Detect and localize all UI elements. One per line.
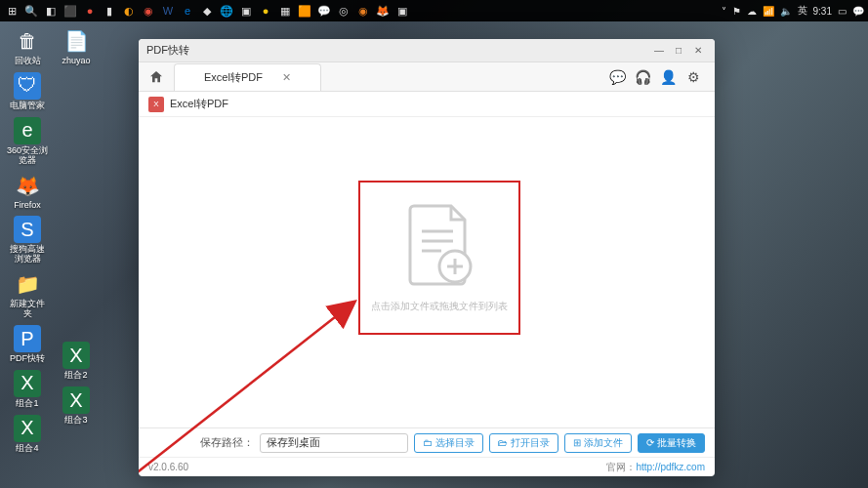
icon-label: 组合1 — [16, 399, 38, 409]
clock[interactable]: 9:31 — [813, 6, 832, 17]
app-icon: X — [62, 342, 90, 369]
breadcrumb-label: Excel转PDF — [170, 97, 228, 111]
taskbar: ⊞ 🔍 ◧ ⬛ ● ▮ ◐ ◉ W e ◆ 🌐 ▣ ● ▦ 🟧 💬 ◎ ◉ 🦊 … — [0, 0, 868, 21]
icon-label: 新建文件夹 — [6, 300, 49, 319]
cloud-icon[interactable]: ☁ — [747, 6, 757, 17]
save-path-label: 保存路径： — [200, 435, 254, 450]
network-icon[interactable]: 📶 — [763, 6, 774, 17]
app-icon: X — [14, 370, 41, 397]
settings-icon[interactable]: ⚙ — [685, 69, 701, 85]
icon-label: Firefox — [14, 201, 41, 211]
icon-label: 回收站 — [15, 57, 41, 66]
desktop-icon[interactable]: 🛡电脑管家 — [6, 72, 49, 111]
add-file-button[interactable]: ⊞添加文件 — [564, 433, 632, 453]
icon-label: zhuyao — [62, 57, 90, 66]
app-icon: 🦊 — [14, 172, 41, 199]
app-icon: e — [14, 117, 41, 144]
start-icon[interactable]: ⊞ — [4, 3, 20, 19]
app-icon: 🗑 — [14, 27, 41, 55]
plus-icon: ⊞ — [573, 437, 581, 448]
desktop-icon[interactable]: X组合3 — [55, 386, 98, 426]
user-icon[interactable]: 👤 — [660, 69, 676, 85]
desktop-icon[interactable]: X组合2 — [55, 342, 98, 381]
open-dir-button[interactable]: 🗁打开目录 — [489, 433, 558, 453]
notifications-icon[interactable]: 💬 — [852, 6, 864, 17]
convert-icon: ⟳ — [646, 437, 654, 448]
icon-label: 组合3 — [64, 416, 87, 426]
minimize-button[interactable]: — — [650, 42, 668, 60]
taskbar-left: ⊞ 🔍 ◧ ⬛ ● ▮ ◐ ◉ W e ◆ 🌐 ▣ ● ▦ 🟧 💬 ◎ ◉ 🦊 … — [4, 3, 410, 19]
breadcrumb: X Excel转PDF — [139, 92, 715, 117]
desktop-icon[interactable]: 🦊Firefox — [6, 172, 49, 211]
tray-icon[interactable]: ⚑ — [732, 6, 741, 17]
app-icon[interactable]: ● — [82, 3, 98, 19]
icon-label: 360安全浏览器 — [6, 146, 49, 166]
chat-icon[interactable]: 💬 — [609, 69, 625, 85]
desktop-icon[interactable]: 📁新建文件夹 — [6, 270, 49, 319]
tab-excel-to-pdf[interactable]: Excel转PDF ✕ — [174, 63, 321, 91]
app-icon[interactable]: 🟧 — [297, 3, 312, 19]
site-link[interactable]: http://pdfkz.com — [636, 462, 705, 472]
app-icon[interactable]: ▣ — [394, 3, 410, 19]
edge-icon[interactable]: e — [180, 3, 195, 19]
status-bar: v2.0.6.60 官网： http://pdfkz.com — [139, 457, 715, 476]
chevron-up-icon[interactable]: ˅ — [722, 6, 726, 17]
desktop-icon[interactable]: 🗑回收站 — [6, 27, 49, 66]
app-icon: 🛡 — [14, 72, 41, 100]
drop-hint: 点击添加文件或拖拽文件到列表 — [371, 300, 508, 313]
app-icon[interactable]: ⬛ — [62, 3, 78, 19]
firefox-icon[interactable]: 🦊 — [375, 3, 391, 19]
bottom-bar: 保存路径： 🗀选择目录 🗁打开目录 ⊞添加文件 ⟳批量转换 — [139, 427, 715, 457]
app-icon[interactable]: ● — [258, 3, 273, 19]
desktop-icons-col1: 🗑回收站🛡电脑管家e360安全浏览器🦊FirefoxS搜狗高速浏览器📁新建文件夹… — [6, 27, 49, 454]
tab-close-icon[interactable]: ✕ — [282, 71, 291, 84]
icon-label: 搜狗高速浏览器 — [6, 245, 49, 264]
version-label: v2.0.6.60 — [148, 462, 188, 472]
folder-icon: 🗀 — [423, 437, 433, 448]
taskview-icon[interactable]: ◧ — [43, 3, 59, 19]
select-dir-button[interactable]: 🗀选择目录 — [414, 433, 483, 453]
site-label: 官网： — [606, 461, 636, 474]
app-icon[interactable]: ◉ — [141, 3, 156, 19]
app-icon[interactable]: ◆ — [199, 3, 215, 19]
wechat-icon[interactable]: 💬 — [316, 3, 332, 19]
home-button[interactable] — [143, 63, 170, 91]
word-icon[interactable]: W — [160, 3, 176, 19]
batch-convert-button[interactable]: ⟳批量转换 — [638, 433, 705, 453]
app-icon: 📁 — [14, 270, 41, 298]
tray-icon[interactable]: ▭ — [838, 6, 847, 17]
titlebar: PDF快转 — □ ✕ — [139, 39, 715, 62]
maximize-button[interactable]: □ — [670, 42, 687, 60]
desktop-icon[interactable]: X组合4 — [6, 415, 49, 454]
app-icon: 📄 — [62, 27, 90, 55]
app-icon: X — [14, 415, 41, 442]
icon-label: 组合2 — [64, 371, 87, 381]
app-icon[interactable]: ◐ — [121, 3, 137, 19]
ime-indicator[interactable]: 英 — [798, 4, 807, 18]
window-title: PDF快转 — [146, 43, 650, 58]
desktop-icon[interactable]: e360安全浏览器 — [6, 117, 49, 166]
add-file-icon — [400, 202, 478, 290]
desktop-icon[interactable]: 📄zhuyao — [55, 27, 98, 66]
app-icon[interactable]: ▣ — [238, 3, 254, 19]
taskbar-tray: ˅ ⚑ ☁ 📶 🔈 英 9:31 ▭ 💬 — [722, 4, 864, 18]
desktop-icon[interactable]: PPDF快转 — [6, 325, 49, 364]
close-button[interactable]: ✕ — [689, 42, 707, 60]
folder-open-icon: 🗁 — [498, 437, 508, 448]
desktop-icon[interactable]: S搜狗高速浏览器 — [6, 216, 49, 264]
headphones-icon[interactable]: 🎧 — [635, 69, 650, 85]
save-path-input[interactable] — [260, 433, 408, 453]
app-icon[interactable]: ▮ — [102, 3, 117, 19]
toolbar: Excel转PDF ✕ 💬 🎧 👤 ⚙ — [139, 62, 715, 92]
app-icon[interactable]: ◎ — [336, 3, 351, 19]
chrome-icon[interactable]: 🌐 — [219, 3, 234, 19]
icon-label: 电脑管家 — [10, 102, 45, 111]
volume-icon[interactable]: 🔈 — [780, 6, 792, 17]
drop-zone[interactable]: 点击添加文件或拖拽文件到列表 — [358, 181, 520, 335]
search-icon[interactable]: 🔍 — [23, 3, 39, 19]
app-icon: X — [62, 386, 90, 414]
app-icon[interactable]: ▦ — [277, 3, 293, 19]
app-icon[interactable]: ◉ — [355, 3, 371, 19]
main-area: 点击添加文件或拖拽文件到列表 — [139, 117, 715, 427]
desktop-icon[interactable]: X组合1 — [6, 370, 49, 409]
